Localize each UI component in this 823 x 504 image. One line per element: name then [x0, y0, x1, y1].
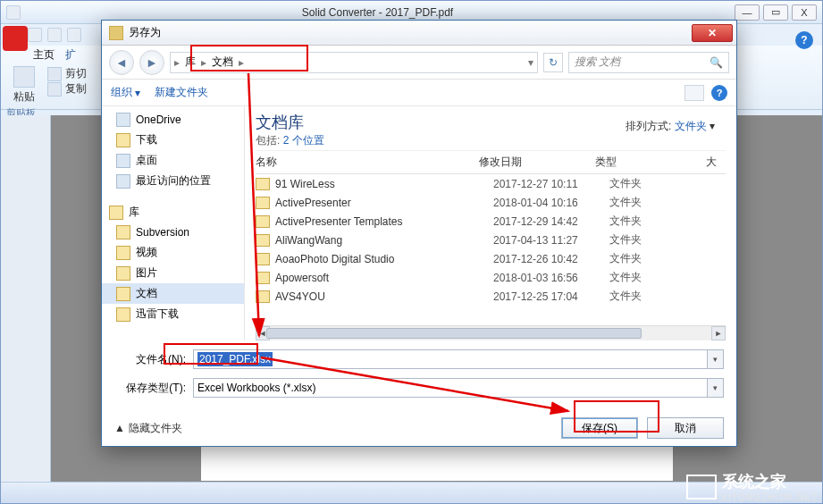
chevron-down-icon: ▾	[135, 87, 140, 99]
file-row[interactable]: ActivePresenter Templates2017-12-29 14:4…	[256, 212, 726, 231]
crumb-documents[interactable]: 文档	[206, 55, 239, 70]
folder-icon	[116, 154, 130, 168]
dialog-help-icon[interactable]: ?	[711, 85, 727, 101]
watermark-brand: 系统之家	[722, 471, 819, 492]
nav-forward-button[interactable]: ►	[139, 50, 164, 75]
column-headers[interactable]: 名称 修改日期 类型 大	[256, 150, 726, 174]
paste-label: 粘贴	[13, 89, 35, 105]
dialog-toolbar: 组织 ▾ 新建文件夹 ?	[102, 80, 736, 106]
filename-label: 文件名(N):	[114, 352, 193, 367]
close-button[interactable]: X	[792, 4, 817, 21]
tree-item[interactable]: 文档	[102, 283, 244, 304]
search-icon: 🔍	[710, 56, 723, 69]
library-icon	[109, 206, 123, 220]
file-list[interactable]: 91 WireLess2017-12-27 10:11文件夹ActivePres…	[256, 174, 726, 325]
file-row[interactable]: 91 WireLess2017-12-27 10:11文件夹	[256, 174, 726, 193]
tree-item[interactable]: 最近访问的位置	[102, 171, 244, 191]
filetype-label: 保存类型(T):	[114, 381, 193, 396]
save-button[interactable]: 保存(S)	[561, 417, 638, 439]
folder-icon	[256, 272, 270, 284]
app-title: Solid Converter - 2017_PDF.pdf	[24, 6, 731, 19]
filename-input[interactable]: 2017_PDF.xlsx	[193, 349, 708, 369]
search-placeholder: 搜索 文档	[575, 55, 620, 70]
help-icon[interactable]: ?	[795, 31, 813, 49]
qat-icon[interactable]	[28, 28, 42, 42]
filetype-select[interactable]: Excel Workbooks (*.xlsx)	[193, 378, 708, 398]
folder-icon	[256, 178, 270, 190]
watermark-logo-icon	[686, 475, 717, 500]
col-name[interactable]: 名称	[256, 155, 479, 170]
folder-icon	[116, 266, 130, 281]
tree-item[interactable]: 视频	[102, 242, 244, 263]
minimize-button[interactable]: —	[735, 4, 760, 21]
locations-link[interactable]: 2 个位置	[283, 134, 324, 147]
qat-icon[interactable]	[67, 28, 81, 42]
col-date[interactable]: 修改日期	[479, 155, 595, 170]
col-size[interactable]: 大	[658, 155, 726, 170]
tree-item[interactable]: OneDrive	[102, 110, 244, 130]
view-options-button[interactable]	[684, 85, 704, 101]
sort-control[interactable]: 排列方式: 文件夹 ▾	[626, 119, 715, 134]
paste-button[interactable]: 粘贴	[6, 66, 42, 105]
nav-tree[interactable]: OneDrive下载桌面最近访问的位置库Subversion视频图片文档迅雷下载	[102, 106, 245, 340]
breadcrumb[interactable]: ▸ 库 ▸ 文档 ▸ ▾	[170, 52, 538, 73]
folder-icon	[256, 197, 270, 209]
dialog-close-button[interactable]: ✕	[692, 24, 733, 42]
doc-sidebar	[1, 115, 51, 482]
folder-icon	[116, 225, 130, 239]
crumb-library[interactable]: 库	[180, 55, 201, 70]
folder-icon	[256, 215, 270, 228]
chevron-right-icon: ▸	[239, 56, 244, 69]
hide-folders-toggle[interactable]: ▲ 隐藏文件夹	[114, 421, 182, 436]
search-input[interactable]: 搜索 文档 🔍	[568, 52, 729, 73]
dialog-title: 另存为	[129, 25, 161, 40]
app-icon	[6, 5, 21, 20]
main-pane: 文档库 包括: 2 个位置 排列方式: 文件夹 ▾ 名称 修改日期 类型 大 9…	[245, 106, 736, 340]
maximize-button[interactable]: ▭	[763, 4, 788, 21]
organize-menu[interactable]: 组织 ▾	[111, 85, 140, 100]
sort-value[interactable]: 文件夹	[675, 120, 707, 132]
folder-icon	[116, 113, 130, 127]
watermark: 系统之家 XITONGZHIJIA.NET	[686, 471, 819, 502]
folder-icon	[116, 174, 130, 189]
file-row[interactable]: AVS4YOU2017-12-25 17:04文件夹	[256, 287, 726, 306]
scroll-right-button[interactable]: ►	[711, 326, 726, 340]
tab-home[interactable]: 主页	[33, 47, 55, 63]
chevron-up-icon: ▲	[114, 422, 125, 434]
nav-back-button[interactable]: ◄	[109, 50, 134, 75]
cut-button[interactable]: 剪切	[47, 66, 87, 81]
file-row[interactable]: Apowersoft2018-01-03 16:56文件夹	[256, 268, 726, 287]
app-menu-icon[interactable]	[3, 26, 28, 51]
tree-item[interactable]: 迅雷下载	[102, 304, 244, 324]
folder-icon	[116, 307, 130, 322]
library-subtitle: 包括: 2 个位置	[256, 133, 726, 148]
nav-bar: ◄ ► ▸ 库 ▸ 文档 ▸ ▾ ↻ 搜索 文档 🔍	[102, 46, 736, 80]
tree-header[interactable]: 库	[102, 202, 244, 223]
folder-icon	[116, 246, 130, 260]
tree-item[interactable]: 下载	[102, 130, 244, 150]
col-type[interactable]: 类型	[595, 155, 658, 170]
file-row[interactable]: ActivePresenter2018-01-04 10:16文件夹	[256, 193, 726, 212]
folder-icon	[256, 234, 270, 247]
tree-item[interactable]: Subversion	[102, 223, 244, 242]
paste-icon	[13, 66, 35, 88]
refresh-button[interactable]: ↻	[543, 53, 563, 72]
folder-icon	[116, 133, 130, 147]
copy-button[interactable]: 复制	[47, 81, 87, 97]
file-row[interactable]: AoaoPhoto Digital Studio2017-12-26 10:42…	[256, 249, 726, 268]
filetype-dropdown-button[interactable]: ▾	[708, 378, 724, 398]
cancel-button[interactable]: 取消	[647, 417, 724, 439]
file-row[interactable]: AliWangWang2017-04-13 11:27文件夹	[256, 231, 726, 249]
tree-item[interactable]: 桌面	[102, 150, 244, 171]
filename-history-button[interactable]: ▾	[708, 349, 724, 369]
horizontal-scrollbar[interactable]: ◄ ►	[256, 325, 726, 340]
scroll-thumb[interactable]	[266, 328, 642, 339]
dialog-icon	[109, 26, 123, 40]
new-folder-button[interactable]: 新建文件夹	[155, 85, 208, 100]
tab-more[interactable]: 扩	[65, 47, 76, 63]
qat-icon[interactable]	[47, 28, 62, 42]
folder-icon	[256, 253, 270, 265]
chevron-down-icon[interactable]: ▾	[528, 56, 533, 69]
save-as-dialog: 另存为 ✕ ◄ ► ▸ 库 ▸ 文档 ▸ ▾ ↻ 搜索 文档 🔍 组织 ▾ 新建…	[101, 20, 737, 447]
tree-item[interactable]: 图片	[102, 263, 244, 283]
